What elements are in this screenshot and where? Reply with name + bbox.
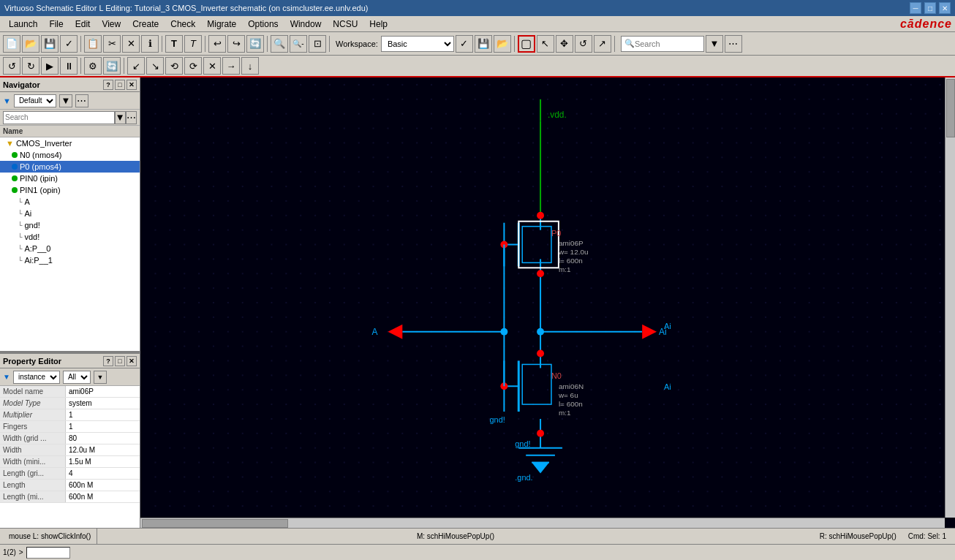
workspace-select[interactable]: Basic — [381, 36, 454, 52]
svg-text:gnd!: gnd! — [490, 415, 505, 424]
tree-item-cmos-inverter[interactable]: ▼ CMOS_Inverter — [0, 137, 140, 149]
nav-search-dropdown[interactable]: ▼ — [115, 111, 126, 124]
pe-float-button[interactable]: □ — [115, 356, 125, 366]
pin1-dot-icon — [12, 187, 18, 193]
zoom-out-button[interactable]: 🔍- — [290, 35, 307, 53]
cursor-button[interactable]: ↖ — [537, 35, 554, 53]
undo-button[interactable]: ↩ — [208, 35, 226, 53]
navigator-search-input[interactable] — [3, 111, 115, 124]
tree-item-aip1[interactable]: └ Ai:P__1 — [0, 254, 140, 266]
cmd-prompt-icon: > — [19, 548, 23, 556]
text-button[interactable]: T — [165, 35, 183, 53]
ws-load-button[interactable]: 📂 — [494, 35, 511, 53]
tree-item-a[interactable]: └ A — [0, 196, 140, 208]
close-x-button[interactable]: ✕ — [203, 57, 221, 75]
tree-item-ap0[interactable]: └ A:P__0 — [0, 243, 140, 254]
refresh-button[interactable]: 🔄 — [246, 35, 264, 53]
pe-row-multiplier: Multiplier 1 — [0, 409, 140, 421]
pe-close-button[interactable]: ✕ — [127, 356, 137, 366]
ap0-line-icon: └ — [18, 245, 22, 252]
svg-point-12 — [537, 212, 544, 219]
check-button[interactable]: ✓ — [60, 35, 78, 53]
save-button[interactable]: 💾 — [41, 35, 58, 53]
navigator-search-bar: ▼ ⋯ — [0, 110, 140, 126]
cut-button[interactable]: ✂ — [103, 35, 121, 53]
arrow-down-button[interactable]: ↘ — [146, 57, 164, 75]
select-button[interactable]: ▢ — [518, 35, 535, 53]
down-arrow-button[interactable]: ↓ — [241, 57, 259, 75]
pan-button[interactable]: ✥ — [556, 35, 573, 53]
search-box[interactable]: 🔍 — [621, 36, 704, 52]
settings-button[interactable]: ⚙ — [84, 57, 102, 75]
tree-item-p0[interactable]: P0 (pmos4) — [0, 161, 140, 173]
menu-migrate[interactable]: Migrate — [201, 18, 242, 31]
schematic-canvas-area[interactable]: .vdd. P0 ami06P w= 12.0u — [140, 77, 955, 528]
menu-ncsu[interactable]: NCSU — [327, 18, 363, 31]
minimize-button[interactable]: ─ — [910, 2, 921, 14]
text2-button[interactable]: T — [184, 35, 202, 53]
redo-button[interactable]: ↪ — [227, 35, 245, 53]
vertical-scrollbar[interactable] — [945, 77, 955, 518]
navigator-help-button[interactable]: ? — [103, 80, 113, 90]
menu-file[interactable]: File — [43, 18, 69, 31]
menu-create[interactable]: Create — [127, 18, 165, 31]
search-options[interactable]: ⋯ — [725, 35, 742, 53]
ccw-button[interactable]: ⟲ — [165, 57, 183, 75]
filter-select[interactable]: Default — [14, 94, 56, 107]
menu-view[interactable]: View — [96, 18, 127, 31]
cw-button[interactable]: ⟳ — [184, 57, 202, 75]
horizontal-scrollbar[interactable] — [140, 518, 945, 528]
pe-dropdown-button[interactable]: ▼ — [94, 371, 107, 384]
pe-help-button[interactable]: ? — [103, 356, 113, 366]
pe-row-length-grid: Length (gri... 4 — [0, 468, 140, 480]
v-scroll-thumb[interactable] — [946, 79, 955, 137]
new-button[interactable]: 📄 — [3, 35, 20, 53]
close-button[interactable]: ✕ — [939, 2, 951, 14]
tree-item-ai[interactable]: └ Ai — [0, 208, 140, 219]
info-button[interactable]: ℹ — [141, 35, 159, 53]
right-arrow-button[interactable]: → — [222, 57, 240, 75]
search-dropdown[interactable]: ▼ — [706, 35, 723, 53]
window-controls[interactable]: ─ □ ✕ — [910, 2, 951, 14]
maximize-button[interactable]: □ — [924, 2, 936, 14]
play-button[interactable]: ▶ — [41, 57, 58, 75]
navigator-close-button[interactable]: ✕ — [127, 80, 137, 90]
status-bar: mouse L: showClickInfo() M: schHiMousePo… — [0, 528, 955, 544]
pe-all-select[interactable]: All — [63, 371, 91, 384]
nav-search-options[interactable]: ⋯ — [126, 111, 137, 124]
rotate-button[interactable]: ↺ — [575, 35, 592, 53]
menu-help[interactable]: Help — [363, 18, 393, 31]
filter-options-button[interactable]: ⋯ — [75, 94, 88, 107]
menu-launch[interactable]: Launch — [3, 18, 43, 31]
menu-options[interactable]: Options — [242, 18, 284, 31]
tree-item-pin1[interactable]: PIN1 (opin) — [0, 184, 140, 196]
ws-apply-button[interactable]: ✓ — [456, 35, 473, 53]
stretch-button[interactable]: ↗ — [594, 35, 611, 53]
tree-item-gnd[interactable]: └ gnd! — [0, 219, 140, 231]
reload-button[interactable]: 🔄 — [103, 57, 121, 75]
forward-button[interactable]: ↻ — [22, 57, 39, 75]
arrow-left-button[interactable]: ↙ — [127, 57, 145, 75]
fit-button[interactable]: ⊡ — [309, 35, 326, 53]
filter-dropdown-button[interactable]: ▼ — [59, 94, 72, 107]
cmd-input[interactable] — [26, 547, 70, 559]
h-scroll-thumb[interactable] — [142, 519, 288, 528]
ws-save-button[interactable]: 💾 — [475, 35, 492, 53]
back-button[interactable]: ↺ — [3, 57, 20, 75]
pause-button[interactable]: ⏸ — [60, 57, 78, 75]
delete-button[interactable]: ✕ — [122, 35, 140, 53]
menu-edit[interactable]: Edit — [69, 18, 97, 31]
menu-check[interactable]: Check — [165, 18, 201, 31]
menu-window[interactable]: Window — [284, 18, 328, 31]
filter-icon: ▼ — [3, 97, 11, 105]
zoom-in-button[interactable]: 🔍 — [271, 35, 288, 53]
tree-item-vdd[interactable]: └ vdd! — [0, 231, 140, 243]
copy-button[interactable]: 📋 — [84, 35, 102, 53]
tree-item-pin0[interactable]: PIN0 (ipin) — [0, 173, 140, 184]
pe-instance-select[interactable]: instance — [13, 371, 60, 384]
pe-row-width: Width 12.0u M — [0, 444, 140, 456]
navigator-float-button[interactable]: □ — [115, 80, 125, 90]
open-button[interactable]: 📂 — [22, 35, 39, 53]
tree-item-n0[interactable]: N0 (nmos4) — [0, 149, 140, 161]
search-input[interactable] — [635, 39, 701, 48]
